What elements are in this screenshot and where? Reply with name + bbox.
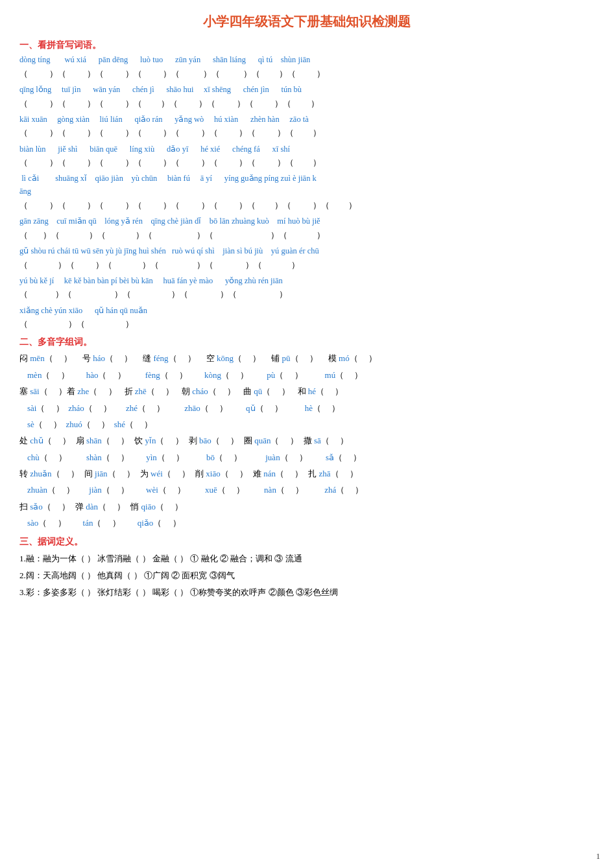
answer-line-2: （ ）（ ）（ ）（ ）（ ）（ ）（ ）（ ） <box>19 97 594 111</box>
page-title: 小学四年级语文下册基础知识检测题 <box>19 13 594 30</box>
duo-char-1: 闷 mēn（ ） <box>19 351 72 366</box>
duo-char-38: 为 wéi（ ） <box>140 466 190 481</box>
answer-line-8: （ ）（ ）（ ）（ ）（ ） <box>19 287 594 301</box>
pinyin-block-4: biàn lùn jiě shì biān quē líng xiù dǎo y… <box>19 143 594 170</box>
duo-row-8: 转 zhuǎn（ ） 间 jiān（ ） 为 wéi（ ） 削 xiāo（ ） … <box>19 466 594 481</box>
pinyin-line-8: yú bù kě jí kē kě bàn bàn pí bèi bù kān … <box>19 275 594 287</box>
duo-char-37: 间 jiān（ ） <box>84 466 135 481</box>
pinyin-line-2: qīng lǒng tuī jìn wān yán chén jì shāo h… <box>19 84 594 96</box>
duo-char-13: 塞 sāi（ ）着 zhe（ ） <box>19 384 117 399</box>
pinyin-block-8: yú bù kě jí kē kě bàn bàn pí bèi bù kān … <box>19 275 594 302</box>
pinyin-block-9: xiǎng chè yún xiāo qǔ hán qū nuǎn （ ）（ ） <box>19 305 594 332</box>
pinyin-line-3: kāi xuān gòng xiàn liú lián qiǎo rán yǎn… <box>19 113 594 126</box>
pinyin-line-9: xiǎng chè yún xiāo qǔ hán qū nuǎn <box>19 305 594 317</box>
duo-char-42: zhuàn（ ） <box>27 482 75 497</box>
duo-char-48: 扫 sǎo（ ） <box>19 499 70 514</box>
duo-row-10: 扫 sǎo（ ） 弹 dàn（ ） 悄 qiāo（ ） <box>19 499 594 514</box>
section-2-title: 二、多音字组词。 <box>19 336 594 348</box>
pinyin-block-2: qīng lǒng tuī jìn wān yán chén jì shāo h… <box>19 84 594 111</box>
duo-char-20: zhāo（ ） <box>184 401 228 416</box>
duo-char-29: 撒 sā（ ） <box>304 433 348 448</box>
duo-char-34: juàn（ ） <box>265 450 307 465</box>
duo-row-2: mèn（ ） hào（ ） fèng（ ） kòng（ ） pù（ ） mú（ … <box>19 368 594 382</box>
duo-char-47: zhá（ ） <box>324 482 363 497</box>
duo-char-8: hào（ ） <box>86 368 126 382</box>
answer-line-6: （ ）（ ）（ ）（ ）（ ）（ ） <box>19 228 594 242</box>
duo-char-22: hè（ ） <box>305 401 341 416</box>
duo-char-6: 模 mó（ ） <box>328 351 377 366</box>
pinyin-line-4: biàn lùn jiě shì biān quē líng xiù dǎo y… <box>19 143 594 156</box>
duo-char-52: tán（ ） <box>83 515 121 530</box>
duo-char-40: 难 nán（ ） <box>253 466 303 481</box>
juci-row-1: 1.融：融为一体（ ） 冰雪消融（ ） 金融（ ） ① 融化 ② 融合；调和 ③… <box>19 550 594 567</box>
duo-char-41: 扎 zhā（ ） <box>308 466 358 481</box>
duo-char-36: 转 zhuǎn（ ） <box>19 466 79 481</box>
duo-char-11: pù（ ） <box>267 368 302 382</box>
pinyin-line-5: lì cǎi shuāng xǐ qiāo jiàn yù chūn biàn … <box>19 172 594 185</box>
duo-row-9: zhuàn（ ） jiàn（ ） wèi（ ） xuē（ ） nàn（ ） zh… <box>19 482 594 497</box>
duo-char-25: 扇 shān（ ） <box>76 433 129 448</box>
duo-char-18: sài（ ） zháo（ ） <box>27 401 112 416</box>
duo-char-15: 朝 cháo（ ） <box>182 384 235 399</box>
pinyin-block-7: gǔ shòu rú chái tū wū sēn yù jù jīng huì… <box>19 245 594 272</box>
duo-char-35: sǎ（ ） <box>326 450 361 465</box>
duo-char-43: jiàn（ ） <box>89 482 129 497</box>
duo-char-21: qǔ（ ） <box>246 401 283 416</box>
duo-char-33: bō（ ） <box>206 450 242 465</box>
duo-row-7: chù（ ） shàn（ ） yìn（ ） bō（ ） juàn（ ） sǎ（ … <box>19 450 594 465</box>
duo-char-49: 弹 dàn（ ） <box>75 499 125 514</box>
duo-char-7: mèn（ ） <box>27 368 69 382</box>
section-3-title: 三、据词定义。 <box>19 536 594 548</box>
duo-char-31: shàn（ ） <box>86 450 129 465</box>
duo-char-9: fèng（ ） <box>145 368 187 382</box>
pinyin-line-6: gān zāng cuī miǎn qū lóng yǎ rén qīng ch… <box>19 215 594 228</box>
duo-char-30: chù（ ） <box>27 450 67 465</box>
pinyin-block-3: kāi xuān gòng xiàn liú lián qiǎo rán yǎn… <box>19 113 594 141</box>
answer-line-3: （ ）（ ）（ ）（ ）（ ）（ ）（ ）（ ） <box>19 126 594 140</box>
duo-char-19: zhé（ ） <box>126 401 165 416</box>
duo-char-16: 曲 qū（ ） <box>243 384 290 399</box>
pinyin-line-7: gǔ shòu rú chái tū wū sēn yù jù jīng huì… <box>19 245 594 257</box>
duo-char-12: mú（ ） <box>325 368 363 382</box>
duo-char-14: 折 zhē（ ） <box>125 384 174 399</box>
duo-row-3: 塞 sāi（ ）着 zhe（ ） 折 zhē（ ） 朝 cháo（ ） 曲 qū… <box>19 384 594 399</box>
duo-char-4: 空 kōng（ ） <box>206 351 261 366</box>
duo-char-51: sào（ ） <box>27 515 66 530</box>
duo-char-23: sè（ ） zhuó（ ） shé（ ） <box>27 417 152 432</box>
section-1: 一、看拼音写词语。 dòng tíng wú xiá pān dēng luò … <box>19 40 594 331</box>
section-1-title: 一、看拼音写词语。 <box>19 40 594 51</box>
pinyin-block-6: gān zāng cuī miǎn qū lóng yǎ rén qīng ch… <box>19 215 594 242</box>
duo-char-50: 悄 qiāo（ ） <box>130 499 183 514</box>
duo-char-45: xuē（ ） <box>205 482 245 497</box>
answer-line-9: （ ）（ ） <box>19 317 594 331</box>
duo-char-10: kòng（ ） <box>204 368 248 382</box>
duo-row-5: sè（ ） zhuó（ ） shé（ ） <box>19 417 594 432</box>
duo-row-1: 闷 mēn（ ） 号 háo（ ） 缝 féng（ ） 空 kōng（ ） 铺 … <box>19 351 594 366</box>
duo-char-44: wèi（ ） <box>146 482 186 497</box>
duo-char-53: qiǎo（ ） <box>138 515 181 530</box>
duo-char-2: 号 háo（ ） <box>82 351 132 366</box>
duo-char-27: 剥 bāo（ ） <box>189 433 239 448</box>
section-3: 三、据词定义。 1.融：融为一体（ ） 冰雪消融（ ） 金融（ ） ① 融化 ②… <box>19 536 594 601</box>
juci-row-3: 3.彩：多姿多彩（ ） 张灯结彩（ ） 喝彩（ ） ①称赞夸奖的欢呼声 ②颜色 … <box>19 584 594 601</box>
pinyin-line-5b: āng <box>19 185 594 198</box>
duo-row-11: sào（ ） tán（ ） qiǎo（ ） <box>19 515 594 530</box>
duo-char-5: 铺 pū（ ） <box>271 351 318 366</box>
duo-char-17: 和 hé（ ） <box>298 384 344 399</box>
page-number: 1 <box>596 852 600 862</box>
duo-char-39: 削 xiāo（ ） <box>195 466 248 481</box>
duo-char-46: nàn（ ） <box>264 482 304 497</box>
duo-char-26: 饮 yǐn（ ） <box>134 433 184 448</box>
answer-line-4: （ ）（ ）（ ）（ ）（ ）（ ）（ ）（ ） <box>19 156 594 170</box>
duo-char-3: 缝 féng（ ） <box>143 351 196 366</box>
pinyin-block-5: lì cǎi shuāng xǐ qiāo jiàn yù chūn biàn … <box>19 172 594 213</box>
pinyin-line-1: dòng tíng wú xiá pān dēng luò tuo zūn yá… <box>19 54 594 66</box>
duo-row-4: sài（ ） zháo（ ） zhé（ ） zhāo（ ） qǔ（ ） hè（ … <box>19 401 594 416</box>
pinyin-block-1: dòng tíng wú xiá pān dēng luò tuo zūn yá… <box>19 54 594 81</box>
duo-row-6: 处 chǔ（ ） 扇 shān（ ） 饮 yǐn（ ） 剥 bāo（ ） 圈 q… <box>19 433 594 448</box>
duo-char-32: yìn（ ） <box>146 450 184 465</box>
duo-char-28: 圈 quān（ ） <box>244 433 298 448</box>
answer-line-1: （ ）（ ）（ ）（ ）（ ）（ ）（ ）（ ） <box>19 67 594 81</box>
section-2: 二、多音字组词。 闷 mēn（ ） 号 háo（ ） 缝 féng（ ） 空 k… <box>19 336 594 530</box>
answer-line-5: （ ）（ ）（ ）（ ）（ ）（ ）（ ）（ ）（ ） <box>19 198 594 213</box>
